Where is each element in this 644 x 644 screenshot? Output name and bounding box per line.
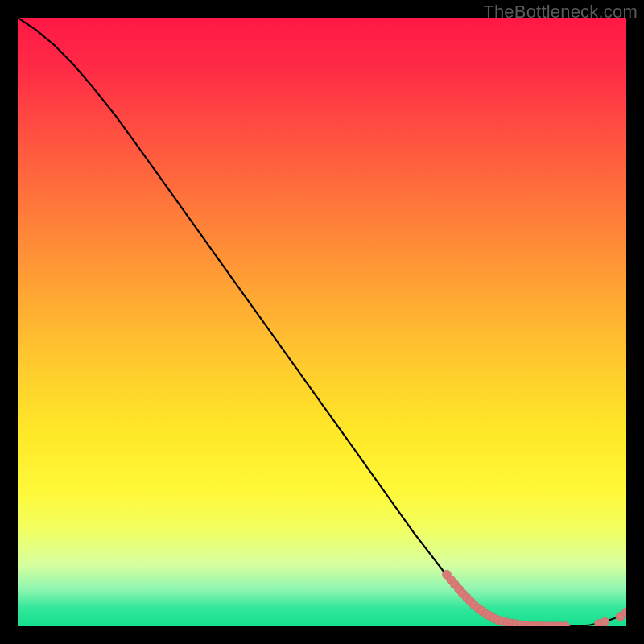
curve-layer — [18, 18, 626, 626]
bottleneck-curve — [18, 18, 626, 626]
data-point — [601, 617, 609, 626]
plot-area — [18, 18, 626, 626]
chart-frame: TheBottleneck.com — [0, 0, 644, 644]
